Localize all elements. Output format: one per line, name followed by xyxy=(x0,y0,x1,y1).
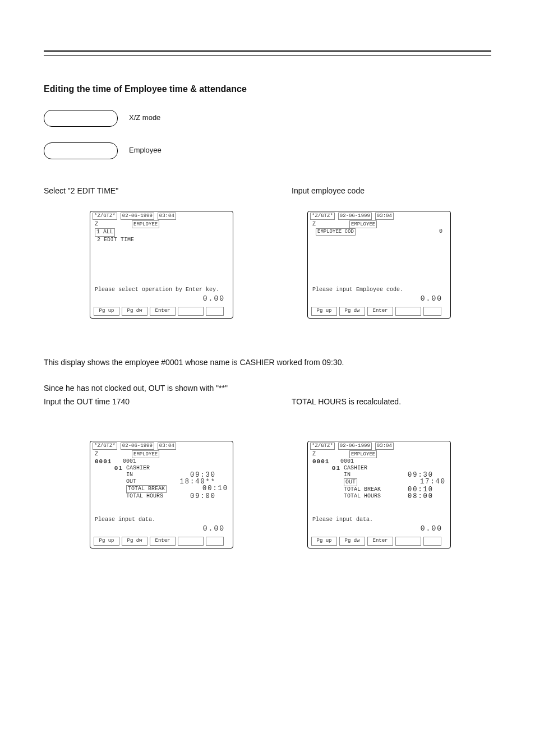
out-value: 17:40 xyxy=(407,478,446,486)
step-pill-1 xyxy=(44,110,118,127)
enter-button[interactable]: Enter xyxy=(150,307,176,316)
out-label[interactable]: OUT xyxy=(344,478,357,486)
pgdw-button[interactable]: Pg dw xyxy=(339,537,365,546)
date-box: 02-06-1999 xyxy=(338,442,372,450)
employee-box: EMPLOYEE xyxy=(132,450,159,458)
screen-detail-after: *Z/GTZ* 02-06-1999 03:04 Z EMPLOYEE 0001… xyxy=(307,441,451,548)
z-label: Z xyxy=(95,451,128,458)
z-label: Z xyxy=(312,451,346,458)
blank-button-1[interactable] xyxy=(395,307,421,316)
prompt-text: Please input data. xyxy=(312,517,446,523)
date-box: 02-06-1999 xyxy=(121,442,154,450)
occ-no: 01 xyxy=(312,465,344,472)
employee-code-field-label: EMPLOYEE COD xyxy=(316,228,356,236)
step-label-1: X/Z mode xyxy=(129,113,160,122)
employee-box: EMPLOYEE xyxy=(132,220,159,228)
enter-button[interactable]: Enter xyxy=(367,307,393,316)
prompt-text: Please input Employee code. xyxy=(312,287,446,293)
top-rule-thick xyxy=(44,50,491,52)
pgdw-button[interactable]: Pg dw xyxy=(122,307,147,316)
enter-button[interactable]: Enter xyxy=(367,537,393,546)
total-hours-value: 09:00 xyxy=(177,493,216,500)
screen-menu: *Z/GTZ* 02-06-1999 03:04 Z EMPLOYEE 1 AL… xyxy=(90,211,233,319)
sec2-line3: Input the OUT time 1740 xyxy=(44,396,491,407)
blank-button-2[interactable] xyxy=(206,537,224,546)
occ-no: 01 xyxy=(95,465,126,472)
time-box: 03:04 xyxy=(375,213,394,220)
step-pill-2 xyxy=(44,142,118,159)
employee-box: EMPLOYEE xyxy=(349,220,377,228)
pgdw-button[interactable]: Pg dw xyxy=(339,307,365,316)
pgup-button[interactable]: Pg up xyxy=(311,537,337,546)
emp-id2: 0001 xyxy=(123,458,136,465)
date-box: 02-06-1999 xyxy=(121,213,154,220)
amount: 0.00 xyxy=(421,296,442,302)
sec1-title: Select "2 EDIT TIME" xyxy=(44,185,491,196)
total-break-value: 00:10 xyxy=(189,485,228,493)
menu-item-edit-time[interactable]: 2 EDIT TIME xyxy=(95,237,228,244)
sec2-line4: TOTAL HOURS is recalculated. xyxy=(292,396,401,407)
date-box: 02-06-1999 xyxy=(338,213,372,220)
time-box: 03:04 xyxy=(158,442,176,450)
pgdw-button[interactable]: Pg dw xyxy=(122,537,147,546)
prompt-text: Please select operation by Enter key. xyxy=(95,287,228,293)
total-break-label: TOTAL BREAK xyxy=(126,485,167,493)
sec2-line2: Since he has not clocked out, OUT is sho… xyxy=(44,382,491,394)
menu-item-all[interactable]: 1 ALL xyxy=(95,228,115,237)
employee-box: EMPLOYEE xyxy=(349,450,377,458)
emp-id2: 0001 xyxy=(340,458,354,465)
screen-detail-before: *Z/GTZ* 02-06-1999 03:04 Z EMPLOYEE 0001… xyxy=(90,441,233,548)
sec2-line1: This display shows the employee #0001 wh… xyxy=(44,357,491,368)
mode-box: *Z/GTZ* xyxy=(310,213,335,220)
time-box: 03:04 xyxy=(158,213,176,220)
out-label: OUT xyxy=(95,478,177,485)
emp-id: 0001 xyxy=(95,458,123,465)
emp-id: 0001 xyxy=(312,458,340,465)
amount: 0.00 xyxy=(203,525,225,532)
time-box: 03:04 xyxy=(375,442,394,450)
mode-box: *Z/GTZ* xyxy=(93,213,117,220)
enter-button[interactable]: Enter xyxy=(150,537,176,546)
in-label: IN xyxy=(95,472,177,478)
blank-button-2[interactable] xyxy=(423,537,441,546)
blank-button-2[interactable] xyxy=(206,307,224,316)
blank-button-1[interactable] xyxy=(178,537,204,546)
occ-name: CASHIER xyxy=(126,465,150,472)
blank-button-1[interactable] xyxy=(395,537,421,546)
employee-code-value[interactable]: 0 xyxy=(439,228,442,235)
pgup-button[interactable]: Pg up xyxy=(94,537,119,546)
total-hours-label: TOTAL HOURS xyxy=(312,493,394,500)
prompt-text: Please input data. xyxy=(95,517,228,523)
in-label: IN xyxy=(312,472,394,478)
screen-input-code: *Z/GTZ* 02-06-1999 03:04 Z EMPLOYEE EMPL… xyxy=(307,211,451,319)
total-hours-value: 08:00 xyxy=(394,493,433,500)
blank-button-2[interactable] xyxy=(423,307,441,316)
total-break-label: TOTAL BREAK xyxy=(312,486,394,493)
mode-box: *Z/GTZ* xyxy=(93,442,117,450)
amount: 0.00 xyxy=(421,525,442,532)
top-rule-thin xyxy=(44,55,491,56)
total-hours-label: TOTAL HOURS xyxy=(95,493,177,500)
occ-name: CASHIER xyxy=(344,465,367,472)
pgup-button[interactable]: Pg up xyxy=(94,307,119,316)
amount: 0.00 xyxy=(203,296,225,302)
z-label: Z xyxy=(95,221,128,228)
pgup-button[interactable]: Pg up xyxy=(311,307,337,316)
mode-box: *Z/GTZ* xyxy=(310,442,335,450)
page-title: Editing the time of Employee time & atte… xyxy=(44,84,247,94)
sec1-note: Input employee code xyxy=(292,185,365,196)
step-label-2: Employee xyxy=(129,146,162,154)
blank-button-1[interactable] xyxy=(178,307,204,316)
z-label: Z xyxy=(312,221,346,228)
